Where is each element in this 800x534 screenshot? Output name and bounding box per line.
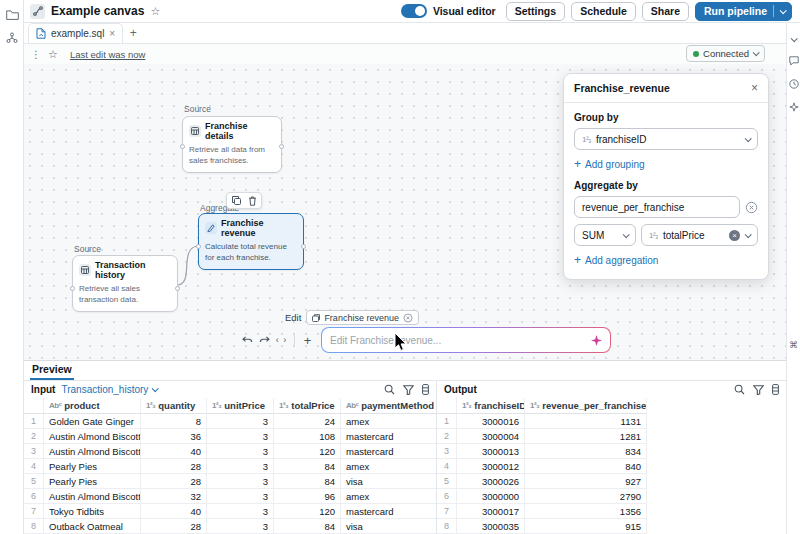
table-cell[interactable]: mastercard — [341, 429, 436, 444]
table-cell[interactable]: 40 — [141, 444, 207, 459]
run-options-chevron-icon[interactable] — [780, 7, 787, 14]
table-cell[interactable]: 84 — [274, 519, 341, 534]
workflow-icon[interactable] — [0, 27, 24, 49]
add-grouping-link[interactable]: + Add grouping — [574, 158, 645, 170]
group-by-select[interactable]: 1²₃ franchiseID — [574, 128, 758, 150]
table-cell[interactable]: 40 — [141, 504, 207, 519]
table-cell[interactable]: amex — [341, 459, 436, 474]
node-transaction-history[interactable]: Transaction history Retrieve all sales t… — [72, 255, 178, 312]
input-source-dropdown[interactable]: Transaction_history — [61, 384, 157, 395]
table-cell[interactable]: 3000035 — [457, 519, 525, 534]
keyboard-shortcuts-icon[interactable]: ⌘ — [787, 335, 800, 355]
table-cell[interactable]: 3000004 — [457, 429, 525, 444]
table-options-icon[interactable] — [422, 384, 429, 395]
table-cell[interactable]: 3 — [207, 459, 274, 474]
add-aggregation-link[interactable]: + Add aggregation — [574, 254, 658, 266]
add-step-button[interactable]: + — [300, 331, 315, 349]
input-port[interactable] — [196, 244, 201, 249]
panel-close-icon[interactable]: × — [751, 81, 758, 95]
connected-status-pill[interactable]: Connected — [686, 45, 765, 62]
table-cell[interactable]: Austin Almond Biscotti — [44, 429, 141, 444]
table-cell[interactable]: 120 — [274, 444, 341, 459]
sparkle-icon[interactable] — [591, 335, 602, 346]
ai-prompt-input[interactable] — [330, 335, 585, 346]
column-header-totalPrice[interactable]: 1²₃totalPrice — [274, 398, 341, 414]
redo-icon[interactable] — [257, 331, 272, 349]
table-cell[interactable]: 1356 — [525, 504, 647, 519]
table-cell[interactable]: 840 — [525, 459, 647, 474]
aggregate-name-input[interactable] — [574, 196, 740, 218]
tab-close-icon[interactable]: × — [109, 28, 115, 39]
aggregate-function-select[interactable]: SUM — [574, 224, 636, 246]
table-cell[interactable]: 84 — [274, 474, 341, 489]
table-cell[interactable]: 28 — [141, 474, 207, 489]
table-cell[interactable]: 3 — [207, 504, 274, 519]
table-cell[interactable]: 3000013 — [457, 444, 525, 459]
code-view-icon[interactable]: ‹ › — [274, 331, 289, 349]
table-cell[interactable]: Pearly Pies — [44, 474, 141, 489]
filter-icon[interactable] — [753, 384, 764, 395]
share-button[interactable]: Share — [642, 2, 689, 21]
column-header-paymentMethod[interactable]: AbᶜpaymentMethod — [341, 398, 436, 414]
new-tab-button[interactable]: + — [123, 23, 143, 43]
table-cell[interactable]: Austin Almond Biscotti — [44, 444, 141, 459]
table-cell[interactable]: 108 — [274, 429, 341, 444]
node-franchise-details[interactable]: Franchise details Retrieve all data from… — [182, 116, 282, 173]
file-star-icon[interactable]: ☆ — [48, 48, 58, 61]
settings-button[interactable]: Settings — [506, 2, 565, 21]
table-cell[interactable]: amex — [341, 489, 436, 504]
table-cell[interactable]: Outback Oatmeal — [44, 519, 141, 534]
last-edit-link[interactable]: Last edit was now — [70, 49, 146, 60]
table-cell[interactable]: 3 — [207, 429, 274, 444]
table-cell[interactable]: Austin Almond Biscotti — [44, 489, 141, 504]
node-franchise-revenue[interactable]: Franchise revenue Calculate total revenu… — [198, 213, 304, 270]
table-cell[interactable]: 3000016 — [457, 414, 525, 429]
undo-icon[interactable] — [240, 331, 255, 349]
table-cell[interactable]: 28 — [141, 519, 207, 534]
table-cell[interactable]: 32 — [141, 489, 207, 504]
table-cell[interactable]: 96 — [274, 489, 341, 504]
kebab-menu-icon[interactable]: ⋮ — [28, 49, 44, 60]
search-icon[interactable] — [734, 384, 745, 395]
table-cell[interactable]: visa — [341, 474, 436, 489]
collapse-chevron-icon[interactable] — [787, 29, 800, 49]
filter-icon[interactable] — [403, 384, 414, 395]
table-cell[interactable]: Tokyo Tidbits — [44, 504, 141, 519]
output-port[interactable] — [175, 286, 180, 291]
table-cell[interactable]: 8 — [141, 414, 207, 429]
table-cell[interactable]: 3 — [207, 414, 274, 429]
visual-editor-toggle[interactable] — [401, 4, 427, 18]
trash-icon[interactable] — [245, 194, 259, 207]
table-cell[interactable]: visa — [341, 519, 436, 534]
table-cell[interactable]: 3000017 — [457, 504, 525, 519]
aggregate-column-select[interactable]: 1²₃ totalPrice × — [641, 224, 758, 246]
table-cell[interactable]: Golden Gate Ginger — [44, 414, 141, 429]
table-cell[interactable]: 1281 — [525, 429, 647, 444]
table-cell[interactable]: Pearly Pies — [44, 459, 141, 474]
table-cell[interactable]: 24 — [274, 414, 341, 429]
table-cell[interactable]: amex — [341, 414, 436, 429]
search-icon[interactable] — [384, 384, 395, 395]
table-cell[interactable]: 28 — [141, 459, 207, 474]
tab-example-sql[interactable]: example.sql × — [28, 23, 123, 43]
run-pipeline-button[interactable]: Run pipeline — [695, 2, 792, 21]
table-cell[interactable]: 3000026 — [457, 474, 525, 489]
table-cell[interactable]: mastercard — [341, 444, 436, 459]
table-cell[interactable]: 84 — [274, 459, 341, 474]
schedule-button[interactable]: Schedule — [571, 2, 636, 21]
table-cell[interactable]: 3 — [207, 489, 274, 504]
table-cell[interactable]: 3000000 — [457, 489, 525, 504]
assistant-sparkle-icon[interactable] — [787, 97, 800, 117]
table-cell[interactable]: 834 — [525, 444, 647, 459]
remove-aggregation-icon[interactable] — [745, 201, 758, 214]
table-cell[interactable]: mastercard — [341, 504, 436, 519]
column-header-revenue_per_franchise[interactable]: 1²₃revenue_per_franchise — [525, 398, 647, 414]
table-cell[interactable]: 3 — [207, 474, 274, 489]
tab-preview[interactable]: Preview — [30, 363, 74, 380]
history-icon[interactable] — [787, 74, 800, 94]
chip-remove-icon[interactable] — [403, 313, 413, 323]
input-port[interactable] — [70, 286, 75, 291]
column-header-unitPrice[interactable]: 1²₃unitPrice — [207, 398, 274, 414]
comments-icon[interactable] — [787, 51, 800, 71]
table-cell[interactable]: 36 — [141, 429, 207, 444]
